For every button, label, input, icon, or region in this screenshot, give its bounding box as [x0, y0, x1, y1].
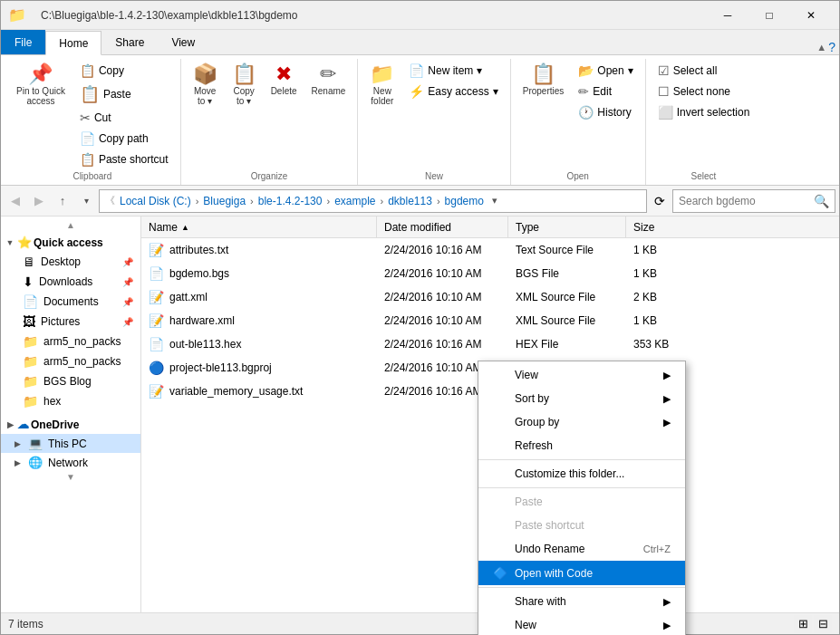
cut-button[interactable]: ✂ Cut [73, 108, 175, 128]
table-row[interactable]: 📝 attributes.txt 2/24/2016 10:16 AM Text… [141, 238, 839, 262]
copy-to-button[interactable]: 📋 Copyto ▾ [226, 61, 263, 110]
sidebar-item-pictures[interactable]: 🖼 Pictures 📌 [1, 312, 140, 332]
delete-button[interactable]: ✖ Delete [265, 61, 304, 100]
select-label: Select [652, 169, 757, 183]
tab-home[interactable]: Home [45, 31, 101, 55]
ctx-customize[interactable]: Customize this folder... [478, 462, 685, 486]
ctx-paste-shortcut[interactable]: Paste shortcut [478, 514, 685, 537]
col-header-size[interactable]: Size [626, 216, 699, 237]
network-icon: 🌐 [28, 456, 43, 469]
breadcrumb-example[interactable]: example [332, 193, 378, 209]
forward-button[interactable]: ▶ [28, 190, 50, 212]
sidebar-arm5-2-label: arm5_no_packs [43, 355, 121, 368]
sidebar-scroll-down[interactable]: ▼ [1, 472, 140, 486]
pin-icon: 📌 [28, 64, 53, 84]
sidebar-item-documents[interactable]: 📄 Documents 📌 [1, 292, 140, 312]
ctx-sort-by[interactable]: Sort by ▶ [478, 387, 685, 410]
sidebar-item-network[interactable]: ▶ 🌐 Network [1, 453, 140, 472]
breadcrumb: 《 Local Disk (C:) › Bluegiga › ble-1.4.2… [105, 193, 641, 209]
sidebar-onedrive[interactable]: ▶ ☁ OneDrive [1, 415, 140, 434]
sidebar-item-arm5-1[interactable]: 📁 arm5_no_packs [1, 332, 140, 351]
tab-view[interactable]: View [158, 30, 208, 54]
file-list-header: Name ▲ Date modified Type Size [141, 216, 839, 238]
ribbon-group-open: 📋 Properties 📂 Open ▾ ✏ Edit 🕐 [511, 59, 646, 185]
copy-button[interactable]: 📋 Copy [73, 61, 175, 81]
paste-shortcut-button[interactable]: 📋 Paste shortcut [73, 149, 175, 169]
ctx-group-by[interactable]: Group by ▶ [478, 410, 685, 434]
rename-button[interactable]: ✏ Rename [305, 61, 352, 100]
table-row[interactable]: 📄 bgdemo.bgs 2/24/2016 10:10 AM BGS File… [141, 262, 839, 285]
col-header-name[interactable]: Name ▲ [141, 216, 377, 237]
nav-bar: ◀ ▶ ↑ ▾ 《 Local Disk (C:) › Bluegiga › b… [1, 186, 839, 216]
invert-selection-button[interactable]: ⬜ Invert selection [652, 102, 757, 122]
file-icon-hardware: 📝 [149, 313, 164, 328]
onedrive-expand: ▶ [5, 419, 15, 430]
easy-access-button[interactable]: ⚡ Easy access ▾ [402, 82, 504, 101]
minimize-button[interactable]: ─ [707, 1, 748, 30]
new-folder-button[interactable]: 📁 New folder [363, 61, 401, 110]
table-row[interactable]: 📝 hardware.xml 2/24/2016 10:10 AM XML So… [141, 309, 839, 332]
edit-button[interactable]: ✏ Edit [572, 82, 639, 101]
easy-access-icon: ⚡ [409, 84, 424, 99]
ctx-sep-2 [478, 487, 685, 488]
recent-locations-button[interactable]: ▾ [75, 190, 97, 212]
sidebar-item-arm5-2[interactable]: 📁 arm5_no_packs [1, 351, 140, 371]
sidebar-item-bgs-blog[interactable]: 📁 BGS Blog [1, 371, 140, 391]
breadcrumb-ble[interactable]: ble-1.4.2-130 [256, 193, 325, 209]
sidebar-item-this-pc[interactable]: ▶ 💻 This PC [1, 434, 140, 453]
file-icon-attributes: 📝 [149, 243, 164, 257]
close-button[interactable]: ✕ [790, 1, 832, 30]
sidebar-quick-access[interactable]: ▼ ⭐ Quick access [1, 233, 140, 252]
breadcrumb-local-disk[interactable]: Local Disk (C:) [117, 193, 194, 209]
file-icon-gatt: 📝 [149, 290, 164, 304]
refresh-button[interactable]: ⟳ [649, 190, 671, 212]
ctx-paste[interactable]: Paste [478, 490, 685, 514]
copy-path-button[interactable]: 📄 Copy path [73, 129, 175, 149]
history-button[interactable]: 🕐 History [572, 102, 639, 122]
table-row[interactable]: 📄 out-ble113.hex 2/24/2016 10:16 AM HEX … [141, 332, 839, 356]
ctx-refresh[interactable]: Refresh [478, 434, 685, 457]
details-view-button[interactable]: ⊞ [794, 615, 812, 633]
move-to-button[interactable]: 📦 Moveto ▾ [187, 61, 224, 110]
sidebar-item-downloads[interactable]: ⬇ Downloads 📌 [1, 272, 140, 292]
breadcrumb-bluegiga[interactable]: Bluegiga [200, 193, 248, 209]
ctx-view-arrow: ▶ [663, 370, 671, 381]
up-button[interactable]: ↑ [52, 190, 73, 212]
title-bar: 📁 C:\Bluegiga\ble-1.4.2-130\example\dkbl… [1, 1, 839, 30]
large-icons-view-button[interactable]: ⊟ [814, 615, 832, 633]
ribbon-group-select: ☑ Select all ☐ Select none ⬜ Invert sele… [646, 59, 762, 185]
tab-file[interactable]: File [1, 30, 45, 54]
open-icon: 📂 [578, 63, 594, 78]
search-input[interactable] [679, 195, 814, 207]
open-button[interactable]: 📂 Open ▾ [572, 61, 639, 81]
ctx-view[interactable]: View ▶ [478, 363, 685, 387]
properties-button[interactable]: 📋 Properties [517, 61, 571, 100]
select-none-button[interactable]: ☐ Select none [652, 82, 757, 101]
select-all-button[interactable]: ☑ Select all [652, 61, 757, 81]
table-row[interactable]: 📝 gatt.xml 2/24/2016 10:10 AM XML Source… [141, 285, 839, 309]
downloads-icon: ⬇ [23, 274, 34, 289]
downloads-pin-icon: 📌 [122, 277, 133, 287]
breadcrumb-dkble113[interactable]: dkble113 [385, 193, 435, 209]
new-item-button[interactable]: 📄 New item ▾ [402, 61, 504, 81]
breadcrumb-bgdemo[interactable]: bgdemo [442, 193, 487, 209]
ctx-open-with-code[interactable]: 🔷 Open with Code [478, 561, 685, 585]
sidebar-item-hex[interactable]: 📁 hex [1, 391, 140, 411]
col-header-date[interactable]: Date modified [377, 216, 508, 237]
ribbon-collapse-btn[interactable]: ▲ [816, 42, 826, 53]
ctx-new[interactable]: New ▶ [478, 613, 685, 635]
sidebar-scroll-up[interactable]: ▲ [1, 220, 140, 233]
sidebar-item-desktop[interactable]: 🖥 Desktop 📌 [1, 252, 140, 272]
copy-icon: 📋 [80, 63, 95, 78]
col-header-type[interactable]: Type [508, 216, 626, 237]
paste-button[interactable]: 📋 Paste [73, 82, 175, 107]
copy-path-icon: 📄 [80, 131, 95, 146]
tab-share[interactable]: Share [101, 30, 158, 54]
address-bar[interactable]: 《 Local Disk (C:) › Bluegiga › ble-1.4.2… [99, 189, 647, 213]
pin-to-quick-access-button[interactable]: 📌 Pin to Quick access [10, 61, 72, 110]
ctx-undo-rename[interactable]: Undo Rename Ctrl+Z [478, 537, 685, 561]
back-button[interactable]: ◀ [5, 190, 26, 212]
ctx-share-with[interactable]: Share with ▶ [478, 590, 685, 613]
maximize-button[interactable]: □ [748, 1, 790, 30]
help-btn[interactable]: ? [828, 40, 835, 54]
